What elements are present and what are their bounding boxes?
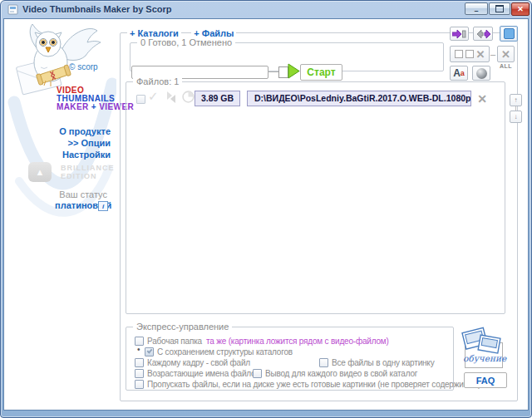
start-button[interactable]: Старт (300, 64, 342, 81)
sidebar: © scorp VIDEO THUMBNAILS MAKER + VIEWER … (4, 19, 117, 409)
progress-group-title: 0 Готово, 1 Отменено (137, 37, 235, 48)
sidebar-item-settings[interactable]: Настройки (34, 150, 111, 160)
move-up-button[interactable]: ↑ (510, 94, 522, 106)
app-window: Video Thumbnails Maker by Scorp – ✕ (0, 0, 532, 418)
cross-icon: ✕ (501, 49, 510, 60)
bullet-icon: • (137, 345, 140, 354)
file-size-field: 3.89 GB (195, 91, 240, 106)
brand-maker: MAKER (57, 102, 89, 111)
minimize-button[interactable]: – (465, 2, 488, 15)
info-icon[interactable]: i (98, 201, 108, 211)
copyright-text: © scorp (69, 62, 98, 71)
font-settings-button[interactable]: Aa (450, 66, 468, 81)
training-label[interactable]: обучение (463, 353, 503, 363)
edition-logo-icon: ▲ (28, 162, 52, 182)
frame-per-file-label: Каждому кадру - свой файл (147, 358, 250, 368)
square-icon (455, 50, 463, 58)
photos-icon (459, 325, 502, 355)
triangle-icon: ▲ (36, 167, 45, 177)
swap-arrows-icon (475, 29, 490, 39)
increasing-names-label: Возрастающие имена файлов (147, 369, 260, 379)
increasing-names-checkbox[interactable] (135, 369, 144, 378)
blue-square-icon (504, 28, 515, 39)
connector-line (268, 71, 278, 72)
skip-existing-label: Пропускать файлы, если на диске уже есть… (147, 380, 480, 390)
skip-existing-checkbox[interactable] (135, 380, 144, 389)
file-checkbox[interactable] (136, 95, 145, 104)
square-icon (466, 50, 474, 58)
brand-plus: + (91, 102, 96, 111)
working-folder-label: Рабочая папка (147, 337, 202, 347)
arrow-into-box-icon (452, 29, 466, 39)
font-icon-a: a (461, 69, 465, 77)
window-title: Video Thumbnails Maker by Scorp (22, 4, 172, 14)
output-per-video-label: Вывод для каждого видео в свой каталог (265, 369, 417, 379)
close-icon: ✕ (517, 5, 524, 13)
play-icon (288, 63, 301, 79)
done-check-icon: ✓ (148, 89, 159, 104)
maximize-button[interactable] (489, 2, 510, 15)
maximize-icon (495, 5, 504, 12)
dash-separator: – (490, 49, 495, 59)
sidebar-item-about[interactable]: О продукте (34, 126, 111, 136)
sidebar-item-options[interactable]: >> Опции (34, 138, 111, 148)
close-button[interactable]: ✕ (511, 2, 530, 16)
clear-selection-button[interactable]: ✕ (450, 46, 490, 62)
frame-per-file-checkbox[interactable] (135, 358, 144, 367)
minimize-icon: – (474, 7, 478, 15)
preview-disc-icon (182, 91, 195, 103)
reprocess-icon (165, 91, 178, 103)
files-group-title: Файлов: 1 (133, 76, 182, 87)
express-group-title: Экспресс-управление (133, 322, 232, 332)
keep-structure-checkbox[interactable] (145, 347, 154, 357)
all-in-one-label: Все файлы в одну картинку (332, 358, 434, 368)
edition-line2: EDITION (61, 172, 97, 180)
output-per-video-checkbox[interactable] (253, 369, 262, 378)
app-icon (7, 4, 18, 15)
file-path-field[interactable]: D:\ВИДЕО\PosLedniy.BaGtiR.2017.O.WEB-DL.… (247, 91, 471, 106)
clear-all-button[interactable]: ✕ (497, 46, 515, 62)
import-list-button[interactable] (450, 27, 469, 41)
cross-icon: ✕ (476, 49, 485, 60)
web-settings-button[interactable] (472, 66, 490, 81)
keep-structure-label: С сохранением структуры каталогов (157, 347, 293, 357)
move-down-button[interactable]: ↓ (510, 111, 522, 123)
titlebar: Video Thumbnails Maker by Scorp – ✕ (1, 1, 531, 18)
down-arrow-icon: ↓ (515, 113, 518, 120)
select-all-thumbs-button[interactable] (500, 26, 518, 42)
exchange-list-button[interactable] (473, 27, 493, 41)
all-in-one-checkbox[interactable] (319, 358, 328, 367)
all-label: ALL (497, 63, 515, 69)
globe-icon (476, 68, 487, 79)
remove-file-button[interactable]: ✕ (475, 91, 489, 106)
up-arrow-icon: ↑ (515, 96, 518, 104)
working-folder-note[interactable]: та же (картинка ложится рядом с видео-фа… (206, 337, 389, 347)
faq-button[interactable]: FAQ (464, 372, 507, 388)
font-icon-A: A (453, 67, 461, 79)
status-label: Ваш статус (42, 189, 107, 199)
files-group: Файлов: 1 (126, 81, 505, 314)
edition-line1: BRILLIANCE (61, 164, 115, 172)
cross-icon: ✕ (477, 93, 487, 105)
